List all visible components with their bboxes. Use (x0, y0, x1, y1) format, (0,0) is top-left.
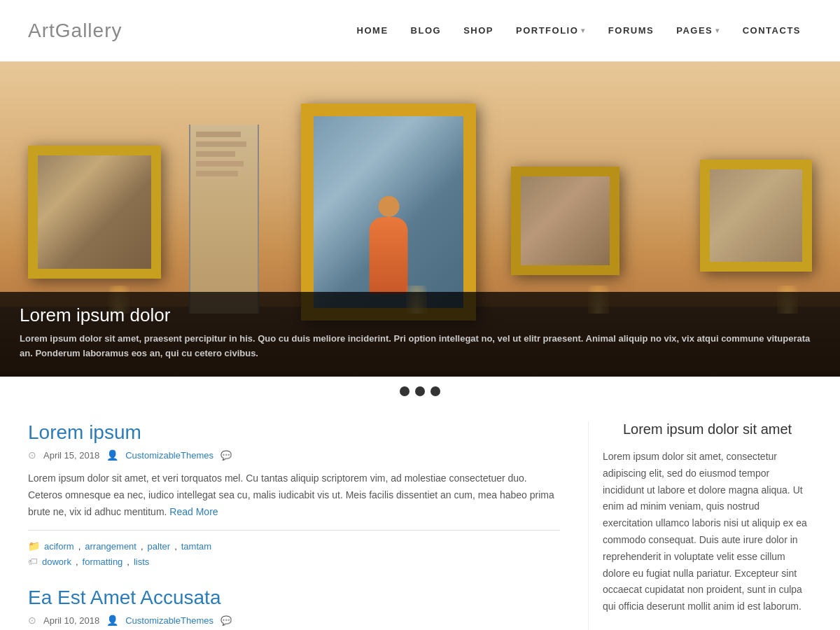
nav-portfolio[interactable]: PORTFOLIO ▾ (505, 25, 597, 36)
post-2-author-icon: 👤 (106, 615, 118, 626)
categories-icon: 📁 (28, 540, 40, 552)
pages-dropdown-arrow: ▾ (715, 27, 720, 34)
post-1-date-icon: ⊙ (28, 449, 36, 461)
cat-palter[interactable]: palter (148, 541, 171, 552)
blog-posts: Lorem ipsum ⊙ April 15, 2018 👤 Customiza… (28, 421, 588, 630)
painting-3-main (301, 104, 476, 321)
post-1-divider (28, 530, 560, 531)
tag-lists[interactable]: lists (134, 556, 149, 567)
tag-dowork[interactable]: dowork (42, 556, 71, 567)
hero-title: Lorem ipsum dolor (20, 304, 820, 326)
nav-contacts[interactable]: CONTACTS (732, 25, 812, 36)
nav-blog[interactable]: BLOG (400, 25, 453, 36)
sidebar-title: Lorem ipsum dolor sit amet (603, 421, 812, 438)
slider-dot-3[interactable] (430, 386, 440, 396)
post-1-categories: 📁 aciform, arrangement, palter, tamtam (28, 540, 560, 552)
post-1-comment-icon[interactable]: 💬 (220, 450, 232, 461)
post-1-date: April 15, 2018 (43, 450, 99, 461)
post-1-tags: 🏷 dowork, formatting, lists (28, 556, 560, 567)
post-1: Lorem ipsum ⊙ April 15, 2018 👤 Customiza… (28, 421, 560, 567)
post-2-date-icon: ⊙ (28, 615, 36, 626)
post-1-author[interactable]: CustomizableThemes (125, 450, 214, 461)
post-1-title[interactable]: Lorem ipsum (28, 421, 560, 444)
post-1-excerpt: Lorem ipsum dolor sit amet, et veri torq… (28, 470, 560, 520)
slider-dot-1[interactable] (400, 386, 410, 396)
nav-forums[interactable]: FORUMS (597, 25, 665, 36)
post-2-meta: ⊙ April 10, 2018 👤 CustomizableThemes 💬 (28, 615, 560, 626)
site-logo[interactable]: ArtGallery (28, 20, 122, 42)
slider-dot-2[interactable] (415, 386, 425, 396)
header: ArtGallery HOME BLOG SHOP PORTFOLIO ▾ FO… (0, 0, 840, 62)
main-nav: HOME BLOG SHOP PORTFOLIO ▾ FORUMS PAGES … (346, 25, 812, 36)
main-content: Lorem ipsum ⊙ April 15, 2018 👤 Customiza… (0, 407, 840, 630)
hero-caption: Lorem ipsum dolor Lorem ipsum dolor sit … (0, 292, 840, 377)
post-1-read-more[interactable]: Read More (169, 506, 218, 517)
post-1-meta: ⊙ April 15, 2018 👤 CustomizableThemes 💬 (28, 449, 560, 461)
post-1-author-icon: 👤 (106, 449, 118, 461)
slider-dots (0, 377, 840, 407)
hero-banner: Lorem ipsum dolor Lorem ipsum dolor sit … (0, 62, 840, 377)
painting-1 (28, 146, 161, 279)
hero-description: Lorem ipsum dolor sit amet, praesent per… (20, 332, 820, 361)
painting-2 (189, 125, 259, 314)
sidebar: Lorem ipsum dolor sit amet Lorem ipsum d… (588, 421, 812, 630)
sidebar-text: Lorem ipsum dolor sit amet, consectetur … (603, 449, 812, 615)
cat-tamtam[interactable]: tamtam (181, 541, 211, 552)
tags-icon: 🏷 (28, 556, 38, 567)
nav-pages[interactable]: PAGES ▾ (665, 25, 732, 36)
nav-shop[interactable]: SHOP (452, 25, 505, 36)
post-2-title[interactable]: Ea Est Amet Accusata (28, 587, 560, 609)
tag-formatting[interactable]: formatting (83, 556, 123, 567)
portfolio-dropdown-arrow: ▾ (581, 27, 586, 34)
post-2-comment-icon[interactable]: 💬 (220, 615, 232, 626)
cat-arrangement[interactable]: arrangement (85, 541, 136, 552)
post-2: Ea Est Amet Accusata ⊙ April 10, 2018 👤 … (28, 587, 560, 630)
post-2-author[interactable]: CustomizableThemes (125, 615, 214, 626)
post-2-date: April 10, 2018 (43, 615, 99, 626)
cat-aciform[interactable]: aciform (44, 541, 74, 552)
painting-5 (700, 160, 812, 272)
nav-home[interactable]: HOME (346, 25, 400, 36)
painting-4 (511, 167, 620, 275)
